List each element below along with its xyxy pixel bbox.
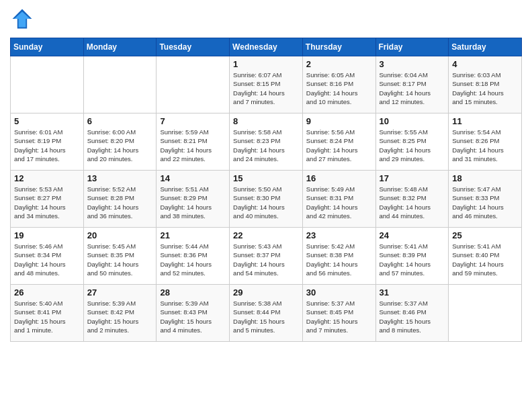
week-row-3: 19Sunrise: 5:46 AM Sunset: 8:34 PM Dayli… <box>11 228 522 285</box>
day-number: 11 <box>452 116 518 126</box>
day-number: 25 <box>452 230 518 240</box>
day-info: Sunrise: 5:53 AM Sunset: 8:27 PM Dayligh… <box>14 185 80 220</box>
day-info: Sunrise: 5:41 AM Sunset: 8:39 PM Dayligh… <box>380 242 445 277</box>
day-info: Sunrise: 5:59 AM Sunset: 8:21 PM Dayligh… <box>160 128 226 163</box>
day-info: Sunrise: 5:48 AM Sunset: 8:32 PM Dayligh… <box>380 185 445 220</box>
day-number: 15 <box>233 173 299 183</box>
day-info: Sunrise: 5:37 AM Sunset: 8:46 PM Dayligh… <box>380 299 445 334</box>
day-info: Sunrise: 5:56 AM Sunset: 8:24 PM Dayligh… <box>306 128 372 163</box>
day-number: 28 <box>160 287 226 298</box>
day-cell: 4Sunrise: 6:03 AM Sunset: 8:18 PM Daylig… <box>449 56 522 113</box>
day-info: Sunrise: 5:40 AM Sunset: 8:41 PM Dayligh… <box>14 299 80 334</box>
day-info: Sunrise: 5:58 AM Sunset: 8:23 PM Dayligh… <box>233 128 299 163</box>
day-info: Sunrise: 6:05 AM Sunset: 8:16 PM Dayligh… <box>306 71 372 106</box>
day-number: 26 <box>14 287 80 298</box>
day-number: 6 <box>87 116 153 126</box>
day-info: Sunrise: 5:38 AM Sunset: 8:44 PM Dayligh… <box>233 299 299 334</box>
day-number: 1 <box>233 59 299 69</box>
day-number: 12 <box>14 173 80 183</box>
calendar-header: SundayMondayTuesdayWednesdayThursdayFrid… <box>11 38 522 56</box>
logo-icon <box>10 7 34 31</box>
day-number: 7 <box>160 116 226 126</box>
header-cell-sunday: Sunday <box>11 38 84 56</box>
day-number: 5 <box>14 116 80 126</box>
day-info: Sunrise: 6:00 AM Sunset: 8:20 PM Dayligh… <box>87 128 153 163</box>
header-cell-saturday: Saturday <box>449 38 522 56</box>
day-info: Sunrise: 5:45 AM Sunset: 8:35 PM Dayligh… <box>87 242 153 277</box>
day-number: 13 <box>87 173 153 183</box>
day-info: Sunrise: 6:07 AM Sunset: 8:15 PM Dayligh… <box>233 71 299 106</box>
day-info: Sunrise: 5:47 AM Sunset: 8:33 PM Dayligh… <box>452 185 518 220</box>
calendar-body: 1Sunrise: 6:07 AM Sunset: 8:15 PM Daylig… <box>11 56 522 342</box>
day-cell: 21Sunrise: 5:44 AM Sunset: 8:36 PM Dayli… <box>157 228 230 285</box>
day-cell: 31Sunrise: 5:37 AM Sunset: 8:46 PM Dayli… <box>375 285 449 342</box>
day-info: Sunrise: 5:39 AM Sunset: 8:43 PM Dayligh… <box>160 299 226 334</box>
week-row-0: 1Sunrise: 6:07 AM Sunset: 8:15 PM Daylig… <box>11 56 522 113</box>
calendar-table: SundayMondayTuesdayWednesdayThursdayFrid… <box>10 38 522 342</box>
day-info: Sunrise: 5:43 AM Sunset: 8:37 PM Dayligh… <box>233 242 299 277</box>
day-cell: 11Sunrise: 5:54 AM Sunset: 8:26 PM Dayli… <box>449 113 522 171</box>
svg-marker-1 <box>14 11 30 27</box>
header-cell-thursday: Thursday <box>302 38 375 56</box>
page: SundayMondayTuesdayWednesdayThursdayFrid… <box>0 0 532 349</box>
day-cell: 2Sunrise: 6:05 AM Sunset: 8:16 PM Daylig… <box>302 56 375 113</box>
day-info: Sunrise: 6:04 AM Sunset: 8:17 PM Dayligh… <box>380 71 445 106</box>
day-cell: 6Sunrise: 6:00 AM Sunset: 8:20 PM Daylig… <box>83 113 157 171</box>
day-number: 10 <box>380 116 445 126</box>
day-number: 9 <box>306 116 372 126</box>
day-number: 29 <box>233 287 299 298</box>
day-cell: 27Sunrise: 5:39 AM Sunset: 8:42 PM Dayli… <box>83 285 157 342</box>
day-number: 2 <box>306 59 372 69</box>
day-cell: 14Sunrise: 5:51 AM Sunset: 8:29 PM Dayli… <box>157 171 230 228</box>
header <box>10 7 522 31</box>
day-cell: 16Sunrise: 5:49 AM Sunset: 8:31 PM Dayli… <box>302 171 375 228</box>
day-number: 24 <box>380 230 445 240</box>
day-number: 22 <box>233 230 299 240</box>
day-cell <box>11 56 84 113</box>
day-info: Sunrise: 5:42 AM Sunset: 8:38 PM Dayligh… <box>306 242 372 277</box>
day-info: Sunrise: 5:55 AM Sunset: 8:25 PM Dayligh… <box>380 128 445 163</box>
day-info: Sunrise: 5:37 AM Sunset: 8:45 PM Dayligh… <box>306 299 372 334</box>
day-number: 4 <box>452 59 518 69</box>
day-info: Sunrise: 6:01 AM Sunset: 8:19 PM Dayligh… <box>14 128 80 163</box>
week-row-4: 26Sunrise: 5:40 AM Sunset: 8:41 PM Dayli… <box>11 285 522 342</box>
week-row-1: 5Sunrise: 6:01 AM Sunset: 8:19 PM Daylig… <box>11 113 522 171</box>
day-info: Sunrise: 5:49 AM Sunset: 8:31 PM Dayligh… <box>306 185 372 220</box>
header-cell-monday: Monday <box>83 38 157 56</box>
day-cell: 18Sunrise: 5:47 AM Sunset: 8:33 PM Dayli… <box>449 171 522 228</box>
day-cell: 7Sunrise: 5:59 AM Sunset: 8:21 PM Daylig… <box>157 113 230 171</box>
day-cell: 1Sunrise: 6:07 AM Sunset: 8:15 PM Daylig… <box>230 56 303 113</box>
day-info: Sunrise: 5:54 AM Sunset: 8:26 PM Dayligh… <box>452 128 518 163</box>
week-row-2: 12Sunrise: 5:53 AM Sunset: 8:27 PM Dayli… <box>11 171 522 228</box>
day-info: Sunrise: 5:51 AM Sunset: 8:29 PM Dayligh… <box>160 185 226 220</box>
day-cell: 26Sunrise: 5:40 AM Sunset: 8:41 PM Dayli… <box>11 285 84 342</box>
day-cell <box>83 56 157 113</box>
header-row: SundayMondayTuesdayWednesdayThursdayFrid… <box>11 38 522 56</box>
day-number: 19 <box>14 230 80 240</box>
day-number: 3 <box>380 59 445 69</box>
header-cell-tuesday: Tuesday <box>157 38 230 56</box>
day-info: Sunrise: 5:46 AM Sunset: 8:34 PM Dayligh… <box>14 242 80 277</box>
day-cell: 9Sunrise: 5:56 AM Sunset: 8:24 PM Daylig… <box>302 113 375 171</box>
day-info: Sunrise: 5:52 AM Sunset: 8:28 PM Dayligh… <box>87 185 153 220</box>
day-cell <box>449 285 522 342</box>
day-cell: 29Sunrise: 5:38 AM Sunset: 8:44 PM Dayli… <box>230 285 303 342</box>
day-number: 23 <box>306 230 372 240</box>
day-cell: 5Sunrise: 6:01 AM Sunset: 8:19 PM Daylig… <box>11 113 84 171</box>
day-info: Sunrise: 5:44 AM Sunset: 8:36 PM Dayligh… <box>160 242 226 277</box>
day-cell: 24Sunrise: 5:41 AM Sunset: 8:39 PM Dayli… <box>375 228 449 285</box>
day-info: Sunrise: 5:50 AM Sunset: 8:30 PM Dayligh… <box>233 185 299 220</box>
day-info: Sunrise: 5:41 AM Sunset: 8:40 PM Dayligh… <box>452 242 518 277</box>
day-number: 31 <box>380 287 445 298</box>
day-number: 21 <box>160 230 226 240</box>
day-cell <box>157 56 230 113</box>
day-cell: 12Sunrise: 5:53 AM Sunset: 8:27 PM Dayli… <box>11 171 84 228</box>
day-number: 17 <box>380 173 445 183</box>
day-cell: 10Sunrise: 5:55 AM Sunset: 8:25 PM Dayli… <box>375 113 449 171</box>
day-cell: 22Sunrise: 5:43 AM Sunset: 8:37 PM Dayli… <box>230 228 303 285</box>
day-cell: 17Sunrise: 5:48 AM Sunset: 8:32 PM Dayli… <box>375 171 449 228</box>
day-cell: 20Sunrise: 5:45 AM Sunset: 8:35 PM Dayli… <box>83 228 157 285</box>
header-cell-wednesday: Wednesday <box>230 38 303 56</box>
day-cell: 19Sunrise: 5:46 AM Sunset: 8:34 PM Dayli… <box>11 228 84 285</box>
day-number: 16 <box>306 173 372 183</box>
